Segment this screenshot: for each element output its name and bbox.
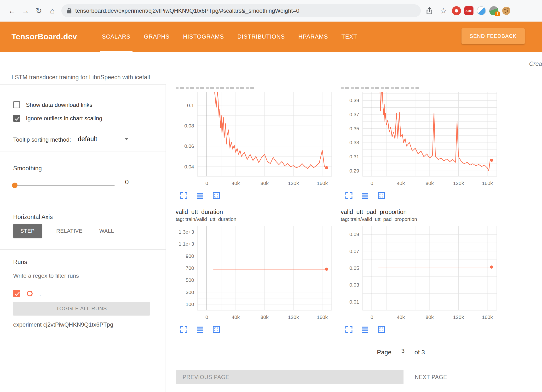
previous-page-button[interactable]: PREVIOUS PAGE [176, 370, 404, 384]
page-total-label: of 3 [415, 349, 425, 356]
svg-text:80k: 80k [426, 180, 434, 186]
abp-extension-icon[interactable]: ABP [464, 6, 473, 15]
profile-extension-icon[interactable]: 1 [489, 6, 498, 15]
fit-domain-button[interactable] [213, 326, 220, 333]
bookmark-star-icon[interactable]: ☆ [438, 4, 449, 17]
chart-card-top-right: 0.290.310.330.350.370.39040k80k120k160k [340, 86, 503, 199]
svg-text:900: 900 [186, 253, 194, 259]
smoothing-value-input[interactable]: 0 [123, 179, 152, 188]
svg-text:160k: 160k [317, 180, 328, 186]
svg-text:40k: 40k [232, 180, 240, 186]
smoothing-slider-thumb[interactable] [12, 183, 17, 188]
reload-button[interactable]: ↻ [32, 4, 46, 17]
axis-wall-button[interactable]: WALL [97, 224, 116, 238]
log-scale-button[interactable] [361, 192, 369, 199]
chart-canvas[interactable]: 0.010.030.050.070.09040k80k120k160k [340, 224, 503, 323]
show-download-links-checkbox[interactable] [13, 101, 20, 108]
chart-canvas[interactable]: 1003005007009001.1e+31.3e+3040k80k120k16… [175, 224, 338, 323]
tooltip-sorting-row: Tooltip sorting method: default [13, 135, 129, 145]
svg-text:0: 0 [370, 314, 373, 320]
svg-text:0.05: 0.05 [349, 265, 359, 271]
run-color-swatch-icon[interactable] [27, 291, 33, 296]
svg-text:120k: 120k [288, 180, 299, 186]
svg-text:1.1e+3: 1.1e+3 [179, 241, 194, 247]
svg-text:100: 100 [186, 301, 194, 307]
ignore-outliers-row: Ignore outliers in chart scaling [13, 115, 102, 122]
svg-text:0: 0 [370, 180, 373, 186]
expand-chart-button[interactable] [345, 192, 353, 199]
tab-graphs[interactable]: GRAPHS [144, 22, 170, 52]
fit-domain-button[interactable] [378, 192, 385, 199]
chart-canvas[interactable]: 0.040.060.080.1040k80k120k160k [175, 90, 338, 189]
svg-text:0.04: 0.04 [184, 164, 194, 169]
home-button[interactable]: ⌂ [46, 4, 59, 17]
svg-text:160k: 160k [317, 314, 328, 320]
smoothing-slider-track[interactable] [14, 185, 115, 186]
back-button[interactable]: ← [5, 4, 19, 17]
svg-text:120k: 120k [453, 180, 464, 186]
settings-sidebar: Show data download links Ignore outliers… [0, 84, 166, 392]
app-header: TensorBoard.dev SCALARS GRAPHS HISTOGRAM… [0, 22, 542, 52]
ignore-outliers-checkbox[interactable] [13, 115, 20, 122]
blue-extension-icon[interactable] [477, 6, 486, 15]
axis-relative-button[interactable]: RELATIVE [54, 224, 85, 238]
divider [0, 205, 166, 205]
browser-actions: ☆ ABP 1 [424, 4, 511, 17]
log-scale-button[interactable] [196, 326, 204, 333]
expand-chart-button[interactable] [180, 192, 188, 199]
chart-canvas[interactable]: 0.290.310.330.350.370.39040k80k120k160k [340, 90, 503, 189]
svg-text:40k: 40k [397, 314, 405, 320]
expand-chart-button[interactable] [345, 326, 353, 333]
svg-text:120k: 120k [453, 314, 464, 320]
divider [0, 151, 166, 151]
log-scale-button[interactable] [361, 326, 369, 333]
experiment-id-label: experiment cj2vtPiwQHKN9Q1tx6PTpg [13, 321, 113, 328]
tab-distributions[interactable]: DISTRIBUTIONS [237, 22, 285, 52]
svg-text:0.39: 0.39 [349, 98, 359, 103]
forward-button[interactable]: → [19, 4, 32, 17]
chart-tag: tag: train/valid_utt_duration [176, 216, 338, 222]
run-row: . [13, 290, 41, 297]
svg-text:40k: 40k [232, 314, 240, 320]
tooltip-sorting-value: default [78, 135, 97, 143]
horizontal-axis-options: STEP RELATIVE WALL [13, 224, 116, 238]
svg-text:80k: 80k [260, 180, 269, 186]
clipped-chart-title [176, 86, 338, 90]
page-number-input[interactable] [395, 347, 411, 356]
send-feedback-button[interactable]: SEND FEEDBACK [461, 28, 525, 44]
tab-hparams[interactable]: HPARAMS [298, 22, 328, 52]
log-scale-button[interactable] [196, 192, 204, 199]
cookie-extension-icon[interactable] [502, 6, 511, 15]
subheader: Crea LSTM transducer training for LibriS… [0, 52, 542, 84]
lock-icon [67, 7, 72, 14]
toggle-all-runs-button[interactable]: TOGGLE ALL RUNS [13, 302, 150, 316]
svg-text:80k: 80k [260, 314, 269, 320]
runs-filter-input[interactable] [13, 271, 152, 282]
tooltip-sorting-select[interactable]: default [77, 135, 129, 145]
svg-text:0: 0 [205, 314, 208, 320]
fit-domain-button[interactable] [378, 326, 385, 333]
next-page-button[interactable]: NEXT PAGE [410, 370, 451, 384]
adblock-extension-icon[interactable] [452, 6, 461, 15]
run-checkbox[interactable] [13, 290, 20, 297]
chart-title: valid_utt_pad_proportion [341, 208, 503, 216]
charts-panel: 0.040.060.080.1040k80k120k160k 0.290.310… [166, 84, 542, 392]
page-label: Page [377, 349, 392, 356]
share-icon[interactable] [424, 4, 435, 17]
app-logo: TensorBoard.dev [12, 32, 77, 41]
run-name: . [39, 290, 41, 297]
fit-domain-button[interactable] [213, 192, 220, 199]
svg-text:0.37: 0.37 [349, 112, 359, 117]
address-bar[interactable]: tensorboard.dev/experiment/cj2vtPiwQHKN9… [61, 4, 421, 17]
tab-text[interactable]: TEXT [341, 22, 357, 52]
chart-card-valid-utt-duration: valid_utt_duration tag: train/valid_utt_… [175, 208, 338, 333]
axis-step-button[interactable]: STEP [13, 224, 42, 238]
url-text[interactable]: tensorboard.dev/experiment/cj2vtPiwQHKN9… [75, 7, 299, 14]
expand-chart-button[interactable] [180, 326, 188, 333]
svg-text:700: 700 [186, 265, 194, 271]
svg-text:1.3e+3: 1.3e+3 [179, 229, 194, 235]
clipped-right-link[interactable]: Crea [529, 60, 542, 67]
tab-scalars[interactable]: SCALARS [102, 22, 130, 52]
tab-histograms[interactable]: HISTOGRAMS [183, 22, 224, 52]
chart-actions [180, 192, 338, 199]
